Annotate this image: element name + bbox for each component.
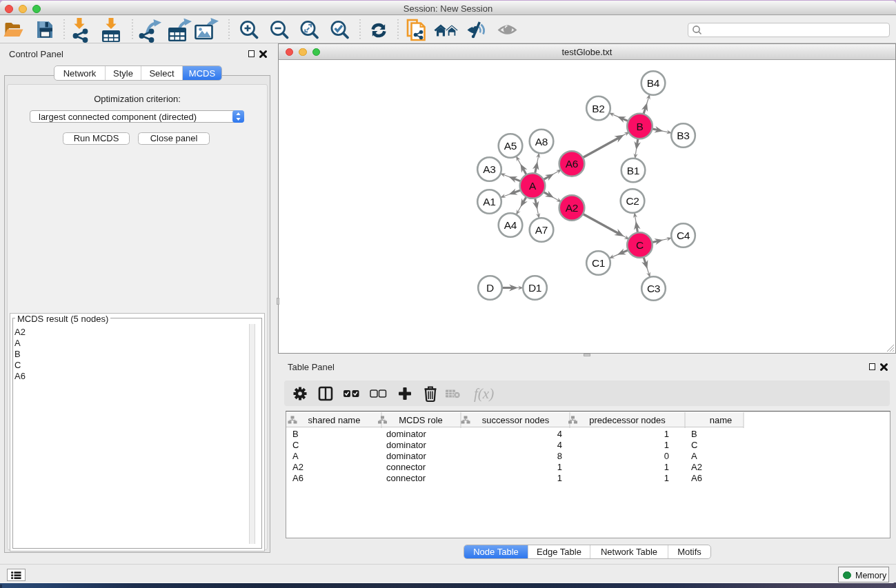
svg-text:A: A bbox=[691, 451, 697, 461]
svg-text:A2: A2 bbox=[292, 462, 303, 472]
svg-text:1: 1 bbox=[664, 473, 669, 483]
svg-text:A2: A2 bbox=[566, 202, 578, 214]
svg-text:dominator: dominator bbox=[386, 451, 426, 461]
svg-text:A5: A5 bbox=[504, 140, 517, 152]
svg-text:C: C bbox=[292, 440, 299, 450]
svg-text:C2: C2 bbox=[626, 195, 639, 207]
svg-text:C1: C1 bbox=[592, 257, 605, 269]
svg-text:1: 1 bbox=[557, 473, 562, 483]
svg-text:A8: A8 bbox=[535, 136, 548, 148]
svg-text:B: B bbox=[691, 429, 697, 439]
svg-text:4: 4 bbox=[557, 429, 562, 439]
svg-text:shared name: shared name bbox=[308, 415, 361, 425]
svg-text:A6: A6 bbox=[292, 473, 303, 483]
svg-text:dominator: dominator bbox=[386, 440, 426, 450]
svg-text:B: B bbox=[636, 121, 643, 132]
svg-text:A7: A7 bbox=[535, 224, 548, 236]
svg-text:C4: C4 bbox=[677, 230, 690, 241]
svg-text:8: 8 bbox=[557, 451, 562, 461]
svg-text:D: D bbox=[486, 282, 494, 294]
svg-text:1: 1 bbox=[664, 440, 669, 450]
svg-text:A3: A3 bbox=[483, 163, 495, 175]
svg-text:1: 1 bbox=[664, 462, 669, 472]
svg-text:1: 1 bbox=[557, 462, 562, 472]
svg-text:predecessor nodes: predecessor nodes bbox=[589, 415, 666, 425]
svg-text:dominator: dominator bbox=[386, 429, 426, 439]
svg-text:f(x): f(x) bbox=[474, 385, 494, 402]
svg-text:C: C bbox=[691, 440, 697, 450]
svg-text:B1: B1 bbox=[627, 165, 639, 176]
svg-text:A6: A6 bbox=[691, 473, 702, 483]
svg-text:A6: A6 bbox=[566, 158, 578, 170]
svg-text:A1: A1 bbox=[483, 196, 495, 207]
svg-text:A4: A4 bbox=[504, 219, 517, 231]
svg-text:A2: A2 bbox=[691, 462, 702, 472]
svg-text:1: 1 bbox=[664, 429, 669, 439]
svg-text:connector: connector bbox=[386, 462, 426, 472]
svg-text:MCDS role: MCDS role bbox=[399, 415, 443, 425]
svg-text:connector: connector bbox=[386, 473, 426, 483]
svg-text:A: A bbox=[529, 180, 537, 192]
svg-text:C3: C3 bbox=[647, 283, 660, 294]
svg-text:0: 0 bbox=[664, 451, 669, 461]
svg-text:B: B bbox=[292, 429, 299, 439]
svg-text:D1: D1 bbox=[528, 282, 541, 294]
svg-text:B4: B4 bbox=[647, 77, 660, 89]
svg-text:B2: B2 bbox=[592, 103, 604, 114]
svg-text:B3: B3 bbox=[677, 130, 689, 141]
svg-text:A: A bbox=[292, 451, 299, 461]
svg-text:successor nodes: successor nodes bbox=[482, 415, 550, 425]
svg-text:C: C bbox=[636, 239, 644, 251]
svg-text:name: name bbox=[710, 415, 733, 425]
svg-text:4: 4 bbox=[557, 440, 562, 450]
